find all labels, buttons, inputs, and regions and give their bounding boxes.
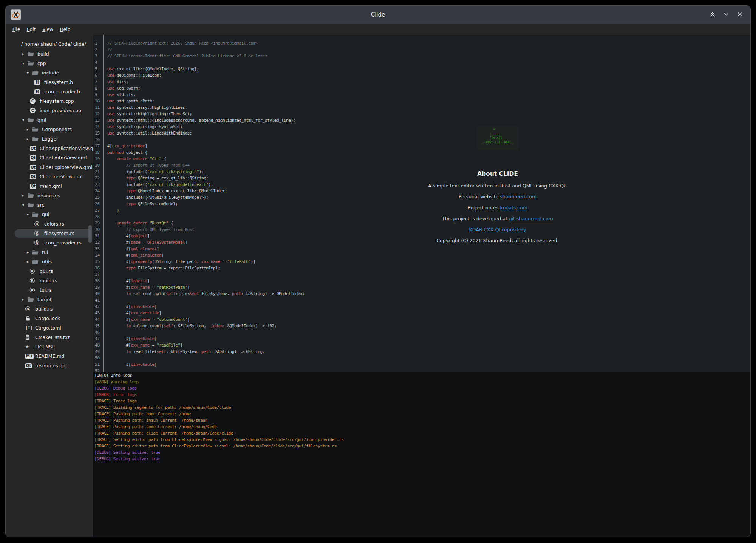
code-line: 33 #[qml_element] — [93, 246, 750, 252]
tree-item-icon-provider-rs[interactable]: Ricon_provider.rs — [6, 238, 93, 248]
tree-item-src[interactable]: ▾src — [6, 200, 93, 210]
tree-item-label: gui.rs — [40, 268, 53, 274]
tree-item-target[interactable]: ▸target — [6, 295, 93, 304]
editor-column: 1// SPDX-FileCopyrightText: 2026, Shaun … — [93, 35, 750, 537]
about-link[interactable]: KDAB CXX-Qt repository — [469, 227, 526, 232]
line-number: 48 — [95, 342, 102, 348]
tree-item-label: include — [42, 70, 59, 76]
menu-item-help[interactable]: Help — [57, 27, 74, 32]
about-row: Project notes knoats.com — [414, 202, 581, 213]
tree-item-label: CMakeLists.txt — [35, 334, 70, 340]
tree-item-label: gui — [42, 212, 49, 217]
tree-item-label: ClideEditorView.qml — [40, 155, 87, 161]
tree-item-label: src — [37, 202, 44, 208]
minimize-button[interactable] — [722, 10, 731, 20]
chevron-right-icon[interactable]: ▸ — [22, 193, 28, 198]
tree-item-label: icon_provider.cpp — [40, 108, 81, 113]
tree-item-build-rs[interactable]: Rbuild.rs — [6, 304, 93, 314]
line-number: 32 — [95, 239, 102, 246]
tree-item-resources-qrc[interactable]: Qtresources.qrc — [6, 361, 93, 370]
tree-item-filesystem-cpp[interactable]: Cfilesystem.cpp — [6, 96, 93, 106]
tree-item-tui[interactable]: ▸tui — [6, 248, 93, 257]
log-panel[interactable]: [INFO] Info logs[WARN] Warning logs[DEBU… — [93, 372, 750, 537]
line-number: 10 — [95, 98, 102, 104]
tree-item-label: README.md — [35, 353, 65, 359]
code-line: 12use syntect::highlighting::ThemeSet; — [93, 111, 750, 117]
tree-root-path[interactable]: / home/ shaun/ Code/ clide/ — [6, 39, 93, 49]
app-window: Clide FileEditViewHelp / home/ shaun/ Co… — [5, 5, 751, 537]
code-line: 47 #[qinvokable] — [93, 336, 750, 342]
about-link[interactable]: git.shaunreed.com — [509, 216, 553, 221]
tree-item-filesystem-rs[interactable]: Rfilesystem.rs — [6, 229, 93, 238]
titlebar[interactable]: Clide — [6, 6, 750, 24]
chevron-down-icon[interactable]: ▾ — [22, 203, 28, 207]
tree-item-icon-provider-h[interactable]: Hicon_provider.h — [6, 87, 93, 96]
file-tree-panel[interactable]: / home/ shaun/ Code/ clide/ ▸build▾cpp▾i… — [6, 35, 93, 537]
code-line: 6use devicons::FileIcon; — [93, 72, 750, 79]
chevron-right-icon[interactable]: ▸ — [27, 250, 32, 254]
about-row: This project is developed at git.shaunre… — [414, 213, 581, 224]
folder-icon — [28, 51, 34, 56]
menu-item-view[interactable]: View — [39, 27, 56, 32]
tree-item-cpp[interactable]: ▾cpp — [6, 59, 93, 68]
chevron-right-icon[interactable]: ▸ — [27, 137, 32, 141]
tree-item-label: utils — [42, 259, 52, 265]
tree-item-resources[interactable]: ▸resources — [6, 191, 93, 200]
tree-item-logger[interactable]: ▸Logger — [6, 134, 93, 144]
line-number: 6 — [95, 72, 102, 79]
tree-item-include[interactable]: ▾include — [6, 68, 93, 77]
tree-item-colors-rs[interactable]: Rcolors.rs — [6, 219, 93, 229]
code-line: 35 #[qproperty(QString, file_path, cxx_n… — [93, 258, 750, 265]
tree-item-clideexplorerview-qml[interactable]: QtClideExplorerView.qml — [6, 162, 93, 172]
maximize-button[interactable] — [708, 10, 717, 20]
tree-item-clideapplicationview-qml[interactable]: QtClideApplicationView.qml — [6, 144, 93, 153]
line-number: 29 — [95, 220, 102, 226]
chevron-down-icon[interactable]: ▾ — [27, 212, 32, 217]
about-link[interactable]: knoats.com — [500, 205, 527, 210]
tree-item-tui-rs[interactable]: Rtui.rs — [6, 285, 93, 295]
menu-item-edit[interactable]: Edit — [23, 27, 39, 32]
tree-item-cargo-lock[interactable]: Cargo.lock — [6, 314, 93, 323]
cpp-file-icon: C — [30, 98, 36, 104]
about-link[interactable]: shaunreed.com — [500, 194, 536, 200]
tree-item-cmakelists-txt[interactable]: CMakeLists.txt — [6, 333, 93, 342]
tree-item-clidetreeview-qml[interactable]: QtClideTreeView.qml — [6, 172, 93, 181]
line-number: 3 — [95, 53, 102, 59]
line-number: 26 — [95, 201, 102, 207]
tree-item-license[interactable]: ★LICENSE — [6, 342, 93, 351]
tree-item-components[interactable]: ▸Components — [6, 125, 93, 134]
line-number: 22 — [95, 175, 102, 181]
tree-item-readme-md[interactable]: M↓README.md — [6, 351, 93, 361]
tree-item-icon-provider-cpp[interactable]: Cicon_provider.cpp — [6, 106, 93, 115]
tree-item-main-rs[interactable]: Rmain.rs — [6, 276, 93, 285]
chevron-down-icon[interactable]: ▾ — [27, 71, 32, 75]
tree-item-gui-rs[interactable]: Rgui.rs — [6, 266, 93, 276]
code-editor[interactable]: 1// SPDX-FileCopyrightText: 2026, Shaun … — [93, 35, 750, 372]
tree-item-utils[interactable]: ▸utils — [6, 257, 93, 266]
line-number: 38 — [95, 278, 102, 284]
code-line: 52 — [93, 368, 750, 372]
line-number: 8 — [95, 85, 102, 91]
tree-item-filesystem-h[interactable]: Hfilesystem.h — [6, 77, 93, 87]
header-file-icon: H — [34, 80, 40, 85]
tree-item-main-qml[interactable]: Qtmain.qml — [6, 181, 93, 191]
tree-item-clideeditorview-qml[interactable]: QtClideEditorView.qml — [6, 153, 93, 162]
tree-item-build[interactable]: ▸build — [6, 49, 93, 59]
menu-item-file[interactable]: File — [9, 27, 23, 32]
tree-item-label: build.rs — [35, 306, 53, 312]
close-button[interactable] — [735, 10, 744, 20]
log-line: [TRACE] Pushing path: Code Current: /hom… — [94, 424, 750, 430]
tree-item-gui[interactable]: ▾gui — [6, 210, 93, 219]
chevron-right-icon[interactable]: ▸ — [27, 260, 32, 264]
chevron-down-icon[interactable]: ▾ — [22, 118, 28, 122]
tree-item-qml[interactable]: ▾qml — [6, 115, 93, 125]
folder-icon — [28, 203, 34, 207]
tree-item-label: main.qml — [40, 183, 62, 189]
chevron-right-icon[interactable]: ▸ — [27, 127, 32, 131]
chevron-right-icon[interactable]: ▸ — [22, 52, 28, 56]
tree-item-cargo-toml[interactable]: [T]Cargo.toml — [6, 323, 93, 333]
chevron-right-icon[interactable]: ▸ — [22, 297, 28, 302]
code-line: 7use dirs; — [93, 79, 750, 85]
sidebar-scrollbar-thumb[interactable] — [88, 225, 92, 243]
chevron-down-icon[interactable]: ▾ — [22, 61, 28, 65]
